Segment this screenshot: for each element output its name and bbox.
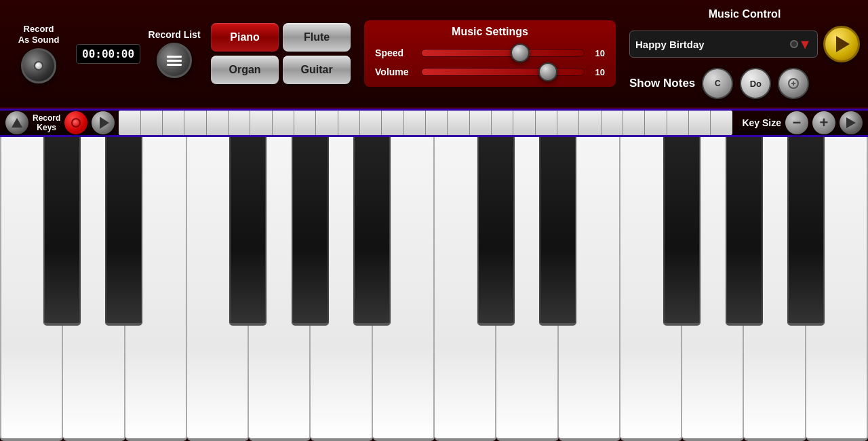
record-as-sound-section: RecordAs Sound: [8, 24, 69, 83]
mini-white-key: [338, 111, 360, 135]
mini-white-key: [119, 111, 140, 135]
mini-white-key: [492, 111, 513, 135]
music-settings-panel: Music Settings Speed 10 Volume 10: [364, 20, 616, 87]
record-button[interactable]: [64, 111, 87, 134]
record-list-label: Record List: [149, 29, 201, 40]
key-size-label: Key Size: [742, 117, 781, 128]
mini-white-key: [579, 111, 601, 135]
mini-white-key: [184, 111, 206, 135]
play-triangle-icon: [836, 36, 850, 52]
scroll-right-button[interactable]: [840, 111, 863, 134]
black-key-10[interactable]: [663, 137, 701, 326]
top-bar: RecordAs Sound 00:00:00 Record List Pian…: [0, 0, 868, 109]
volume-value: 10: [590, 67, 605, 77]
note-extra-button[interactable]: [778, 68, 809, 99]
right-arrow-icon: [846, 117, 856, 128]
mini-white-key: [207, 111, 229, 135]
speed-row: Speed 10: [375, 47, 605, 58]
record-as-sound-label: RecordAs Sound: [18, 24, 60, 45]
record-as-sound-knob[interactable]: [21, 48, 56, 83]
organ-button[interactable]: Organ: [211, 56, 279, 84]
mini-white-key: [294, 111, 316, 135]
timer-display: 00:00:00: [76, 44, 140, 64]
mini-white-key: [250, 111, 272, 135]
speed-value: 10: [590, 48, 605, 58]
mini-white-key: [557, 111, 579, 135]
mini-white-key: [623, 111, 645, 135]
music-control-panel: Music Control Happy Birtday ▼ Show Notes…: [629, 8, 860, 99]
key-size-increase-button[interactable]: +: [812, 111, 835, 134]
note-c-button[interactable]: C: [702, 68, 733, 99]
mini-white-key: [163, 111, 184, 135]
speed-label: Speed: [375, 47, 416, 58]
mini-white-key: [689, 111, 711, 135]
scroll-up-button[interactable]: [5, 111, 28, 134]
mini-white-key: [273, 111, 294, 135]
black-key-3[interactable]: [229, 137, 267, 326]
volume-slider-track[interactable]: [421, 68, 585, 76]
black-key-5[interactable]: [353, 137, 391, 326]
mini-white-key: [536, 111, 557, 135]
speed-slider-thumb[interactable]: [511, 43, 530, 62]
volume-row: Volume 10: [375, 66, 605, 77]
mini-piano-strip[interactable]: [119, 111, 732, 135]
black-key-1[interactable]: [105, 137, 142, 326]
record-list-knob[interactable]: [157, 43, 192, 78]
instrument-buttons: Piano Flute Organ Guitar: [211, 23, 351, 84]
mini-white-key: [513, 111, 535, 135]
black-key-4[interactable]: [292, 137, 329, 326]
record-knob-dot: [34, 61, 43, 71]
mini-white-key: [141, 111, 163, 135]
mini-white-key: [448, 111, 469, 135]
mini-white-key: [229, 111, 250, 135]
song-row: Happy Birtday ▼: [629, 26, 860, 62]
piano-button[interactable]: Piano: [211, 23, 279, 52]
black-key-7[interactable]: [477, 137, 515, 326]
record-dot-icon: [71, 118, 81, 128]
note-do-button[interactable]: Do: [740, 68, 771, 99]
up-arrow-icon: [12, 118, 22, 128]
show-notes-label: Show Notes: [629, 77, 695, 90]
record-list-section: Record List: [147, 29, 201, 78]
speed-slider-track[interactable]: [421, 49, 585, 57]
play-icon: [100, 117, 109, 129]
play-button[interactable]: [92, 111, 115, 134]
mini-white-key: [404, 111, 426, 135]
song-name-display: Happy Birtday: [635, 39, 790, 50]
song-selector-wrapper: Happy Birtday ▼: [629, 31, 818, 58]
piano-keys-container: [0, 137, 868, 441]
mini-piano-keys: [119, 111, 732, 135]
key-size-decrease-button[interactable]: −: [785, 111, 808, 134]
flute-button[interactable]: Flute: [283, 23, 351, 52]
mini-white-key: [360, 111, 382, 135]
mini-white-key: [667, 111, 689, 135]
volume-slider-thumb[interactable]: [538, 62, 557, 81]
mini-white-key: [645, 111, 667, 135]
music-settings-title: Music Settings: [452, 26, 528, 38]
black-key-11[interactable]: [726, 137, 763, 326]
list-icon: [167, 56, 182, 66]
black-key-12[interactable]: [787, 137, 825, 326]
mini-white-key: [382, 111, 403, 135]
mini-white-key: [316, 111, 338, 135]
record-keys-label: RecordKeys: [33, 113, 60, 133]
song-dot: [790, 40, 798, 48]
play-button-large[interactable]: [823, 26, 860, 62]
mini-white-key: [470, 111, 492, 135]
chevron-down-icon[interactable]: ▼: [798, 37, 812, 52]
show-notes-row: Show Notes C Do: [629, 68, 809, 99]
piano-area: [0, 137, 868, 441]
black-key-8[interactable]: [539, 137, 576, 326]
black-key-0[interactable]: [43, 137, 81, 326]
mini-white-key: [426, 111, 448, 135]
music-control-title: Music Control: [629, 8, 860, 20]
mini-white-key: [711, 111, 732, 135]
keys-bar: RecordKeys: [0, 109, 868, 137]
mini-white-key: [601, 111, 623, 135]
volume-label: Volume: [375, 66, 416, 77]
guitar-button[interactable]: Guitar: [283, 56, 351, 84]
